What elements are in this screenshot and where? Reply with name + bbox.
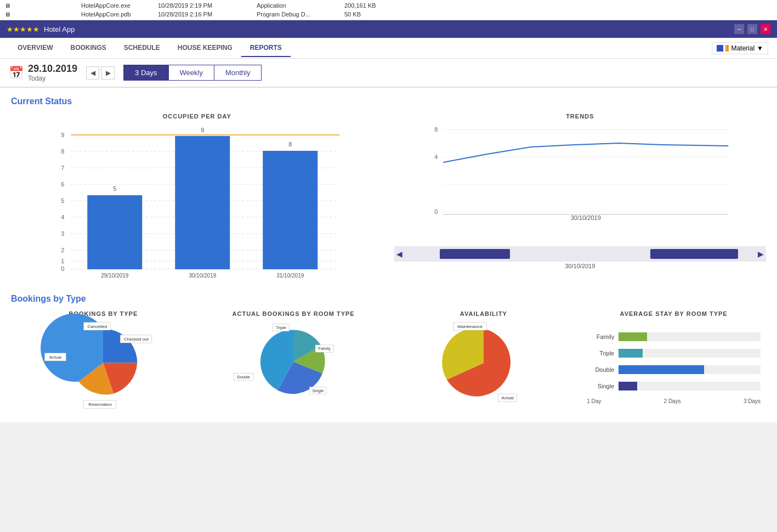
svg-text:5: 5 <box>61 197 64 204</box>
availability-chart: AVAILABILITY Maintenance Actual <box>392 310 576 414</box>
scroll-right-arrow[interactable]: ▶ <box>756 250 766 258</box>
app-stars: ★★★★★ <box>7 25 39 33</box>
svg-text:1: 1 <box>61 258 64 264</box>
svg-text:Actual: Actual <box>501 395 513 400</box>
svg-text:5: 5 <box>113 185 116 192</box>
nav-bar: OVERVIEW BOOKINGS SCHEDULE HOUSE KEEPING… <box>0 38 777 59</box>
prev-date-button[interactable]: ◀ <box>86 66 99 80</box>
avg-bar-family: Family <box>587 332 761 341</box>
avg-fill-single <box>619 382 637 390</box>
status-charts-row: OCCUPIED PER DAY 9 8 7 6 5 <box>11 113 766 278</box>
scroll-thumb-right[interactable] <box>650 249 738 259</box>
pie3-svg: Maintenance Actual <box>429 321 538 412</box>
svg-text:Family: Family <box>319 346 331 351</box>
avg-track-triple <box>619 349 761 358</box>
svg-text:8: 8 <box>288 141 292 148</box>
file-bar: 🖥 HotelAppCore.exe 10/28/2019 2:19 PM Ap… <box>0 0 777 20</box>
avg-label-family: Family <box>587 333 614 340</box>
avg-bar-triple: Triple <box>587 349 761 358</box>
nav-bookings[interactable]: BOOKINGS <box>61 39 115 57</box>
bar-2 <box>175 136 230 269</box>
period-monthly-button[interactable]: Monthly <box>214 65 262 81</box>
avg-label-double: Double <box>587 366 614 373</box>
pie1-svg: Cancelled Checked out Actual Reservation <box>48 321 158 409</box>
file-name-2: HotelAppCore.pdb <box>81 11 147 18</box>
occupied-per-day-title: OCCUPIED PER DAY <box>11 113 383 120</box>
svg-text:Single: Single <box>313 388 324 393</box>
bookings-charts-row: BOOKINGS BY TYPE <box>11 310 766 414</box>
avg-axis-3days: 3 Days <box>744 398 761 404</box>
file-size-1: 200,161 KB <box>344 2 410 9</box>
svg-text:Checked out: Checked out <box>124 337 149 342</box>
maximize-button[interactable]: □ <box>747 24 757 34</box>
scroll-date-label: 30/10/2019 <box>394 263 767 269</box>
theme-blue-swatch <box>717 45 723 52</box>
theme-label: Material <box>731 44 755 52</box>
period-3days-button[interactable]: 3 Days <box>123 65 168 81</box>
avg-bar-single: Single <box>587 382 761 390</box>
date-display: 📅 29.10.2019 Today <box>9 63 77 82</box>
file-size-2: 50 KB <box>344 11 410 18</box>
occupied-per-day-chart: OCCUPIED PER DAY 9 8 7 6 5 <box>11 113 383 278</box>
file-icon-2: 🖥 <box>4 11 70 18</box>
pie1-container: Cancelled Checked out Actual Reservation <box>48 321 158 411</box>
bookings-title: Bookings by Type <box>11 294 766 304</box>
actual-bookings-chart: ACTUAL BOOKINGS BY ROOM TYPE Triple <box>201 310 386 411</box>
date-nav-arrows[interactable]: ◀ ▶ <box>86 66 115 80</box>
minimize-button[interactable]: ─ <box>734 24 744 34</box>
svg-text:0: 0 <box>61 265 64 272</box>
avg-axis-labels: 1 Day 2 Days 3 Days <box>587 398 761 404</box>
nav-housekeeping[interactable]: HOUSE KEEPING <box>169 39 241 57</box>
nav-schedule[interactable]: SCHEDULE <box>115 39 169 57</box>
scroll-left-arrow[interactable]: ◀ <box>394 250 405 258</box>
bar-3 <box>263 151 317 269</box>
avg-track-double <box>619 365 761 374</box>
svg-text:2: 2 <box>61 247 64 253</box>
theme-selector[interactable]: Material ▼ <box>712 42 768 54</box>
svg-text:0: 0 <box>434 208 438 215</box>
nav-reports[interactable]: REPORTS <box>241 39 291 57</box>
theme-orange-swatch <box>725 45 729 52</box>
pie3-container: Maintenance Actual <box>429 321 538 414</box>
svg-text:6: 6 <box>61 181 64 188</box>
svg-text:4: 4 <box>61 214 64 220</box>
svg-text:31/10/2019: 31/10/2019 <box>276 273 304 278</box>
avg-fill-double <box>619 365 704 374</box>
close-button[interactable]: ✕ <box>761 24 770 34</box>
date-value: 29.10.2019 <box>28 63 77 75</box>
svg-text:4: 4 <box>434 154 438 160</box>
svg-text:30/10/2019: 30/10/2019 <box>570 214 600 221</box>
file-name-1: HotelAppCore.exe <box>81 2 147 9</box>
svg-text:Reservation: Reservation <box>89 402 112 407</box>
calendar-icon: 📅 <box>9 66 24 80</box>
nav-overview[interactable]: OVERVIEW <box>9 39 61 57</box>
svg-text:Actual: Actual <box>49 355 61 360</box>
bar-chart-svg: 9 8 7 6 5 4 3 2 <box>11 124 383 278</box>
app-title: Hotel App <box>44 25 75 33</box>
file-row-1: 🖥 HotelAppCore.exe 10/28/2019 2:19 PM Ap… <box>4 1 773 10</box>
nav-items: OVERVIEW BOOKINGS SCHEDULE HOUSE KEEPING… <box>9 39 291 57</box>
avg-fill-family <box>619 332 647 341</box>
pie2-svg: Triple Family Single Double <box>239 321 348 409</box>
file-date-1: 10/28/2019 2:19 PM <box>158 2 246 9</box>
period-weekly-button[interactable]: Weekly <box>169 65 214 81</box>
trends-svg: 8 4 0 30/10/2019 <box>394 124 767 245</box>
bookings-section: Bookings by Type BOOKINGS BY TYPE <box>11 294 766 414</box>
title-bar-controls[interactable]: ─ □ ✕ <box>734 24 770 34</box>
bar-chart-wrap: 9 8 7 6 5 4 3 2 <box>11 124 383 278</box>
file-row-2: 🖥 HotelAppCore.pdb 10/28/2019 2:16 PM Pr… <box>4 10 773 19</box>
period-buttons[interactable]: 3 Days Weekly Monthly <box>123 65 262 81</box>
avg-axis-1day: 1 Day <box>587 398 601 404</box>
theme-dropdown-icon: ▼ <box>757 44 763 52</box>
avg-track-family <box>619 332 761 341</box>
avg-track-single <box>619 382 761 390</box>
actual-bookings-title: ACTUAL BOOKINGS BY ROOM TYPE <box>201 310 386 317</box>
svg-text:9: 9 <box>61 132 64 138</box>
scroll-thumb-left[interactable] <box>440 249 510 259</box>
svg-text:8: 8 <box>434 126 438 133</box>
next-date-button[interactable]: ▶ <box>101 66 115 80</box>
svg-text:Double: Double <box>237 375 250 380</box>
trends-scrollbar[interactable]: ◀ ▶ <box>394 246 767 262</box>
current-status-section: Current Status OCCUPIED PER DAY 9 8 7 6 <box>11 97 766 278</box>
svg-text:30/10/2019: 30/10/2019 <box>189 273 216 278</box>
